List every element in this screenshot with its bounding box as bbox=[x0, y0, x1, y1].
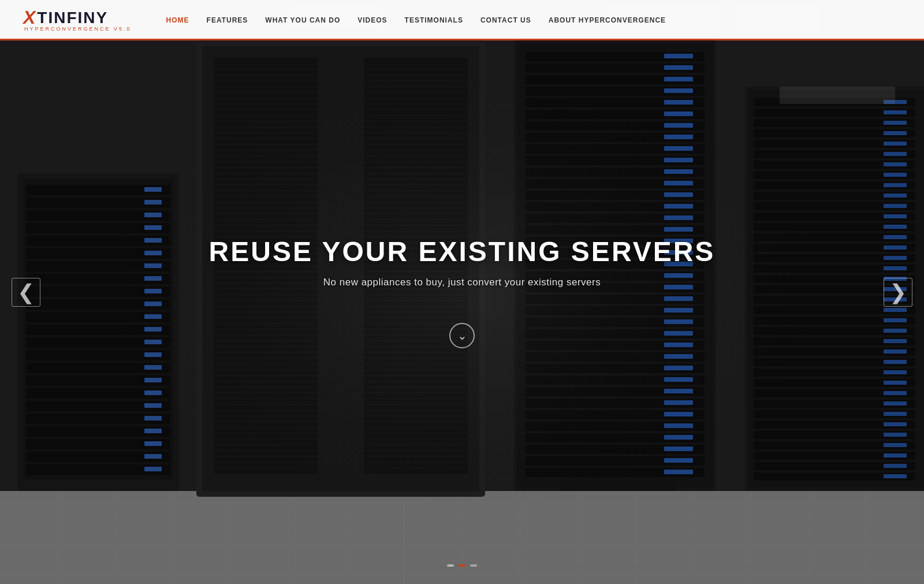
chevron-down-icon: ⌄ bbox=[457, 330, 467, 341]
hero-subtitle: No new appliances to buy, just convert y… bbox=[209, 277, 716, 288]
chevron-right-icon: ❯ bbox=[889, 280, 907, 304]
carousel-next-button[interactable]: ❯ bbox=[884, 278, 912, 307]
hero-title: REUSE YOUR EXISTING SERVERS bbox=[209, 236, 716, 267]
carousel-dot-2[interactable] bbox=[459, 564, 465, 567]
hero-section: REUSE YOUR EXISTING SERVERS No new appli… bbox=[0, 0, 924, 584]
navbar: X TINFINY HYPERCONVERGENCE V5.0 HOME FEA… bbox=[0, 0, 924, 40]
logo-subtitle: HYPERCONVERGENCE V5.0 bbox=[24, 26, 132, 32]
nav-item-about[interactable]: ABOUT HYPERCONVERGENCE bbox=[549, 14, 666, 25]
nav-item-testimonials[interactable]: TESTIMONIALS bbox=[405, 14, 463, 25]
carousel-dot-3[interactable] bbox=[470, 564, 477, 567]
nav-item-home[interactable]: HOME bbox=[166, 14, 189, 25]
hero-content: REUSE YOUR EXISTING SERVERS No new appli… bbox=[209, 236, 716, 348]
nav-item-what-you-can-do[interactable]: WHAT YOU CAN DO bbox=[265, 14, 340, 25]
scroll-down-button[interactable]: ⌄ bbox=[449, 323, 475, 348]
nav-item-features[interactable]: FEATURES bbox=[207, 14, 248, 25]
carousel-dots bbox=[447, 564, 477, 567]
nav-item-videos[interactable]: VIDEOS bbox=[357, 14, 387, 25]
nav-links: HOME FEATURES WHAT YOU CAN DO VIDEOS TES… bbox=[166, 14, 666, 25]
logo-brand: TINFINY bbox=[37, 9, 108, 27]
carousel-dot-1[interactable] bbox=[447, 564, 454, 567]
logo-x-icon: X bbox=[23, 7, 36, 28]
chevron-left-icon: ❮ bbox=[17, 280, 35, 304]
logo[interactable]: X TINFINY HYPERCONVERGENCE V5.0 bbox=[23, 7, 132, 32]
carousel-prev-button[interactable]: ❮ bbox=[12, 278, 40, 307]
nav-item-contact-us[interactable]: CONTACT US bbox=[480, 14, 531, 25]
